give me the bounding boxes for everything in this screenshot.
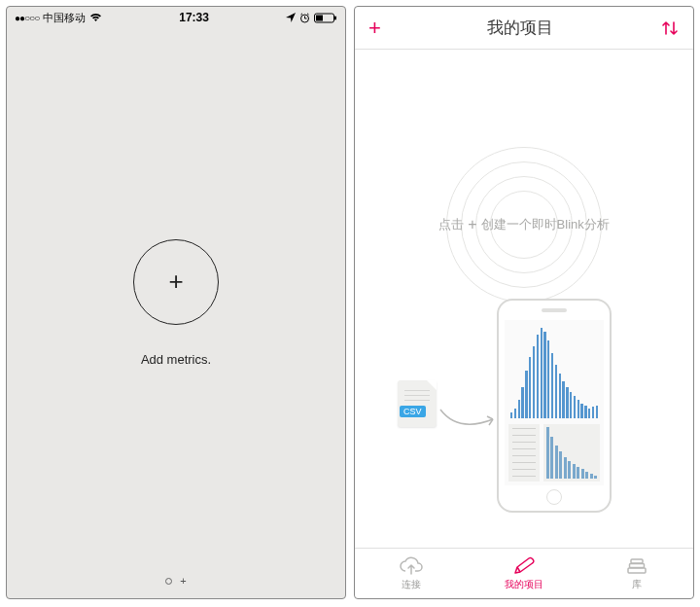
tab-connect[interactable]: 连接 <box>355 549 468 598</box>
nav-bar: + 我的项目 <box>355 7 693 50</box>
add-page-icon[interactable]: + <box>180 578 186 585</box>
tab-bar: 连接 我的项目 库 <box>355 548 693 598</box>
empty-state: + Add metrics. <box>7 7 345 598</box>
csv-file-icon: CSV <box>398 380 437 427</box>
screenshot-left: ●●○○○ 中国移动 17:33 + Add metrics. + <box>6 6 346 599</box>
chart-mini-lines <box>508 424 540 482</box>
chart-mini-bars <box>543 424 601 482</box>
hint-post: 创建一个即时Blink分析 <box>481 216 610 233</box>
page-dot-icon <box>165 578 172 585</box>
library-stack-icon <box>625 556 648 576</box>
add-metrics-button[interactable]: + <box>133 239 219 325</box>
add-metrics-label: Add metrics. <box>141 352 211 367</box>
plus-icon: + <box>168 267 183 297</box>
hint-pre: 点击 <box>438 216 464 233</box>
screenshot-right: + 我的项目 点击 + 创建一个即时Blink分析 CSV <box>354 6 694 599</box>
illustration: CSV <box>438 299 652 513</box>
tab-library[interactable]: 库 <box>580 549 693 598</box>
ripple-graphic: 点击 + 创建一个即时Blink分析 <box>446 147 602 303</box>
cloud-upload-icon <box>399 556 424 576</box>
svg-rect-6 <box>631 559 643 563</box>
tab-label: 库 <box>632 578 642 591</box>
arrow-icon <box>438 408 501 441</box>
chart-main <box>508 324 600 420</box>
tab-label: 连接 <box>402 578 421 591</box>
nav-title: 我的项目 <box>487 17 553 39</box>
plus-icon: + <box>468 216 476 233</box>
svg-rect-4 <box>628 568 646 573</box>
csv-tag: CSV <box>400 406 426 417</box>
tab-projects[interactable]: 我的项目 <box>468 549 580 598</box>
svg-rect-5 <box>630 563 645 567</box>
hint-text: 点击 + 创建一个即时Blink分析 <box>438 216 610 233</box>
page-indicator: + <box>7 578 345 585</box>
sort-button[interactable] <box>660 19 680 37</box>
empty-projects: 点击 + 创建一个即时Blink分析 CSV <box>355 50 693 548</box>
add-button[interactable]: + <box>368 16 381 41</box>
phone-mockup-icon <box>497 299 612 513</box>
pencil-icon <box>512 556 536 576</box>
tab-label: 我的项目 <box>505 578 543 591</box>
